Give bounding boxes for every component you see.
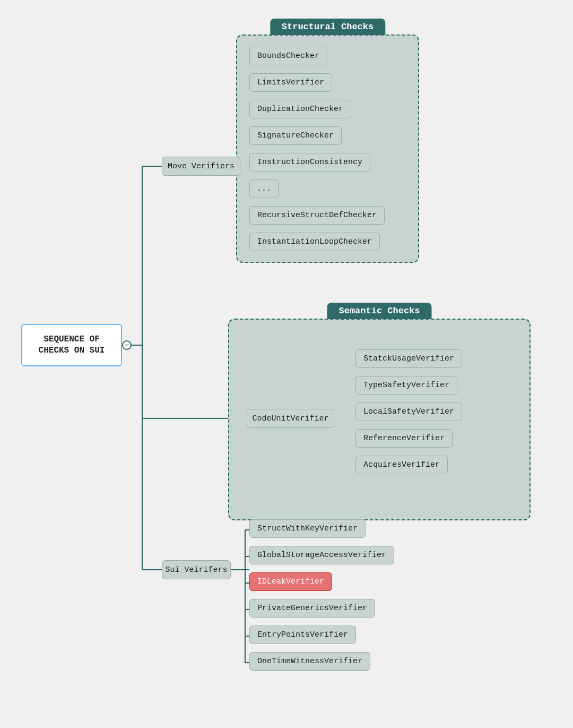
entry-points-verifier-node: EntryPointsVerifier [249, 626, 356, 644]
stack-usage-verifier-node: StatckUsageVerifier [355, 349, 462, 368]
limits-verifier-node: LimitsVerifier [249, 73, 332, 92]
code-unit-verifier-node: CodeUnitVerifier [247, 409, 334, 428]
collapse-icon[interactable]: − [122, 340, 132, 350]
root-node: SEQUENCE OF CHECKS ON SUI [21, 324, 122, 366]
one-time-witness-verifier-node: OneTimeWitnessVerifier [249, 652, 370, 671]
bounds-checker-node: BoundsChecker [249, 47, 327, 65]
minus-icon: − [125, 341, 129, 349]
acquires-verifier-node: AcquiresVerifier [355, 456, 448, 474]
diagram-container: SEQUENCE OF CHECKS ON SUI − Structural C… [0, 0, 573, 728]
recursive-struct-node: RecursiveStructDefChecker [249, 206, 385, 225]
sui-verifiers-node: Sui Veirifers [162, 560, 231, 579]
structural-checks-label: Structural Checks [270, 19, 385, 35]
type-safety-verifier-node: TypeSafetyVerifier [355, 376, 457, 395]
id-leak-verifier-node: IDLeakVerifier [249, 572, 332, 591]
move-verifiers-node: Move Verifiers [162, 157, 240, 176]
reference-verifier-node: ReferenceVerifier [355, 429, 453, 448]
struct-key-verifier-node: StructWithKeyVerifier [249, 519, 366, 538]
root-to-move-line [122, 166, 162, 345]
signature-checker-node: SignatureChecker [249, 126, 342, 145]
structural-checks-group: Structural Checks [236, 35, 419, 263]
local-safety-verifier-node: LocalSafetyVerifier [355, 402, 462, 421]
global-storage-verifier-node: GlobalStorageAccessVerifier [249, 546, 394, 564]
root-to-sui-line [142, 345, 162, 570]
semantic-checks-label: Semantic Checks [327, 303, 431, 319]
instruction-consistency-node: InstructionConsistency [249, 153, 370, 172]
ellipsis-node: ... [249, 179, 279, 198]
instantiation-loop-node: InstantiationLoopChecker [249, 233, 380, 251]
private-generics-verifier-node: PrivateGenericsVerifier [249, 599, 375, 618]
root-label: SEQUENCE OF CHECKS ON SUI [30, 334, 114, 356]
duplication-checker-node: DuplicationChecker [249, 100, 351, 118]
